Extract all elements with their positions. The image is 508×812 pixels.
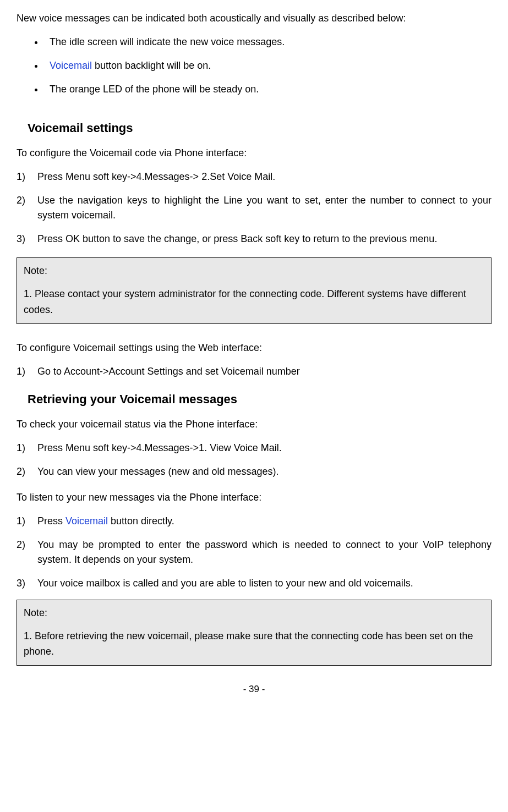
- list-text: You can view your messages (new and old …: [37, 466, 279, 477]
- list-item: 1)Press Menu soft key->4.Messages->1. Vi…: [17, 441, 491, 456]
- section2-check-steps: 1)Press Menu soft key->4.Messages->1. Vi…: [17, 441, 491, 479]
- list-text: button directly.: [108, 515, 174, 526]
- note-box-2: Note: 1. Before retrieving the new voice…: [17, 600, 491, 666]
- intro-text: New voice messages can be indicated both…: [17, 11, 491, 26]
- list-item: 2)You may be prompted to enter the passw…: [17, 537, 491, 567]
- section2-introB: To listen to your new messages via the P…: [17, 490, 491, 505]
- list-text: Use the navigation keys to highlight the…: [37, 195, 491, 221]
- note-body: 1. Before retrieving the new voicemail, …: [24, 628, 484, 660]
- list-marker: 1): [17, 514, 37, 529]
- list-marker: 3): [17, 576, 37, 591]
- section1-steps: 1)Press Menu soft key->4.Messages-> 2.Se…: [17, 169, 491, 246]
- section2-introA: To check your voicemail status via the P…: [17, 417, 491, 432]
- list-item: 1)Press Menu soft key->4.Messages-> 2.Se…: [17, 169, 491, 184]
- list-item: 3)Press OK button to save the change, or…: [17, 232, 491, 246]
- list-marker: 1): [17, 441, 37, 456]
- bullet-item: The idle screen will indicate the new vo…: [44, 35, 491, 50]
- note-label: Note:: [24, 264, 484, 278]
- list-marker: 1): [17, 169, 37, 184]
- list-item: 2)Use the navigation keys to highlight t…: [17, 193, 491, 223]
- list-item: 1)Go to Account->Account Settings and se…: [17, 364, 491, 379]
- list-marker: 2): [17, 193, 37, 208]
- web-intro: To configure Voicemail settings using th…: [17, 341, 491, 355]
- note-body: 1. Please contact your system administra…: [24, 286, 484, 318]
- list-text: Press Menu soft key->4.Messages-> 2.Set …: [37, 171, 275, 182]
- list-text: You may be prompted to enter the passwor…: [37, 539, 491, 565]
- list-item: 3)Your voice mailbox is called and you a…: [17, 576, 491, 591]
- section-heading-voicemail-settings: Voicemail settings: [28, 119, 491, 137]
- list-text: Press Menu soft key->4.Messages->1. View…: [37, 442, 282, 453]
- list-marker: 2): [17, 537, 37, 552]
- section1-intro: To configure the Voicemail code via Phon…: [17, 146, 491, 161]
- note-box-1: Note: 1. Please contact your system admi…: [17, 257, 491, 324]
- voicemail-term: Voicemail: [50, 60, 92, 71]
- bullet-text: button backlight will be on.: [92, 60, 211, 71]
- indicator-bullet-list: The idle screen will indicate the new vo…: [17, 35, 491, 97]
- web-steps: 1)Go to Account->Account Settings and se…: [17, 364, 491, 379]
- note-label: Note:: [24, 606, 484, 621]
- list-text: Go to Account->Account Settings and set …: [37, 366, 300, 377]
- list-text: Press: [37, 515, 65, 526]
- list-text: Your voice mailbox is called and you are…: [37, 578, 413, 589]
- list-item: 1)Press Voicemail button directly.: [17, 514, 491, 529]
- list-marker: 3): [17, 232, 37, 246]
- section-heading-retrieving: Retrieving your Voicemail messages: [28, 390, 491, 408]
- page-number: - 39 -: [17, 682, 491, 696]
- list-marker: 2): [17, 464, 37, 479]
- list-marker: 1): [17, 364, 37, 379]
- bullet-item: Voicemail button backlight will be on.: [44, 58, 491, 73]
- voicemail-term: Voicemail: [65, 515, 108, 526]
- list-text: Press OK button to save the change, or p…: [37, 233, 437, 244]
- list-item: 2)You can view your messages (new and ol…: [17, 464, 491, 479]
- section2-listen-steps: 1)Press Voicemail button directly. 2)You…: [17, 514, 491, 591]
- bullet-item: The orange LED of the phone will be stea…: [44, 82, 491, 97]
